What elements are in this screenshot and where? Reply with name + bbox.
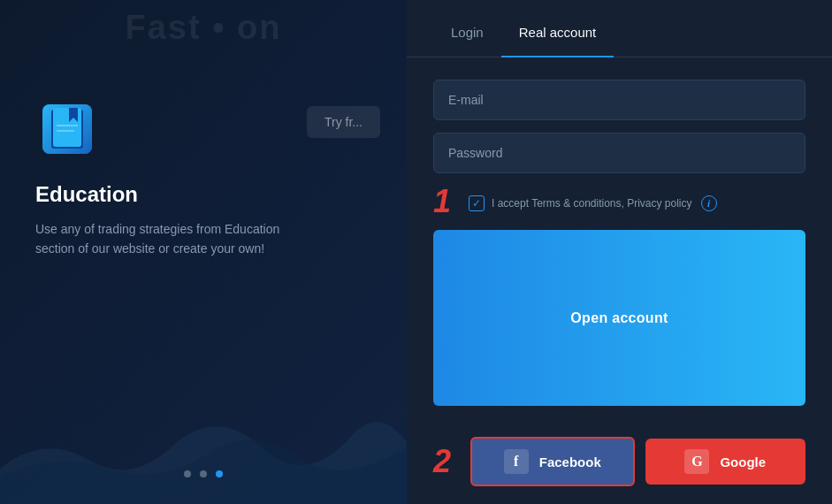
accept-terms-checkbox[interactable]: ✓ I accept Terms & conditions, Privacy p…	[469, 195, 692, 211]
book-icon-wrapper	[35, 97, 99, 164]
tabs: Login Real account	[407, 9, 832, 57]
terms-label: I accept Terms & conditions, Privacy pol…	[492, 197, 692, 210]
education-title: Education	[35, 182, 138, 207]
try-free-button[interactable]: Try fr...	[307, 106, 380, 138]
dot-2[interactable]	[200, 470, 207, 477]
book-icon	[35, 97, 99, 161]
email-field[interactable]	[433, 80, 805, 120]
facebook-label: Facebook	[539, 454, 601, 470]
step-2-number: 2	[433, 446, 460, 477]
google-button[interactable]: G Google	[645, 439, 806, 485]
facebook-f-icon: f	[504, 449, 529, 474]
carousel-dots	[184, 470, 223, 477]
education-desc: Use any of trading strategies from Educa…	[35, 219, 283, 259]
step1-row: 1 ✓ I accept Terms & conditions, Privacy…	[433, 186, 805, 218]
social-row: 2 f Facebook G Google	[407, 424, 832, 504]
left-panel: Fast • on Try fr... Education Use any of…	[0, 0, 407, 504]
background-text: Fast • on	[0, 9, 407, 47]
checkmark-icon: ✓	[472, 198, 481, 209]
google-label: Google	[720, 454, 766, 470]
info-icon[interactable]: i	[701, 195, 717, 211]
open-account-button[interactable]: Open account	[433, 230, 805, 406]
password-field[interactable]	[433, 133, 805, 173]
right-panel: Login Real account 1 ✓ I accept Terms & …	[407, 0, 832, 504]
tab-login[interactable]: Login	[433, 9, 501, 57]
dot-3[interactable]	[216, 470, 223, 477]
google-g-icon: G	[684, 449, 709, 474]
checkbox-row: ✓ I accept Terms & conditions, Privacy p…	[469, 195, 717, 211]
checkbox-indicator: ✓	[469, 195, 485, 211]
dot-1[interactable]	[184, 470, 191, 477]
form-area: 1 ✓ I accept Terms & conditions, Privacy…	[407, 57, 832, 424]
facebook-button[interactable]: f Facebook	[470, 437, 635, 486]
step-1-number: 1	[433, 186, 460, 218]
tab-real-account[interactable]: Real account	[501, 9, 614, 57]
